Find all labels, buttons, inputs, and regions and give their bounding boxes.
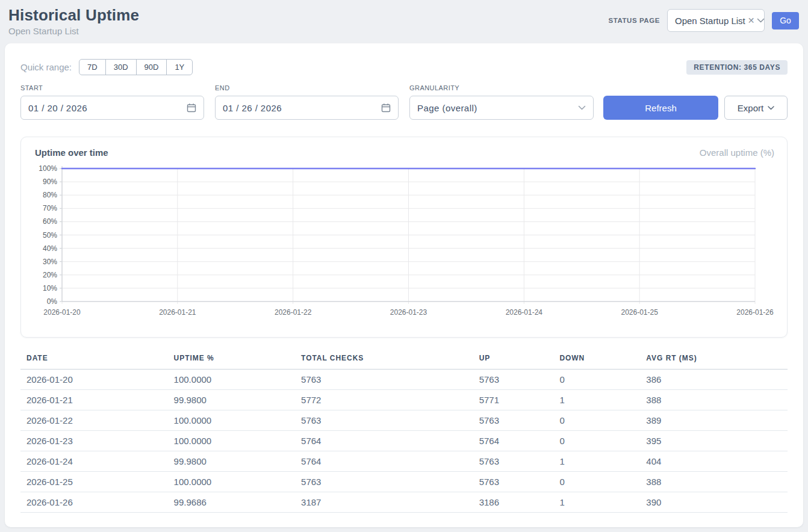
svg-text:2026-01-21: 2026-01-21	[159, 308, 196, 317]
start-date-label: START	[20, 84, 204, 91]
svg-text:40%: 40%	[43, 244, 57, 253]
export-button[interactable]: Export	[724, 96, 788, 120]
table-row: 2026-01-20100.0000576357630386	[20, 370, 788, 390]
svg-text:60%: 60%	[43, 217, 57, 226]
svg-text:2026-01-24: 2026-01-24	[506, 308, 543, 317]
table-cell: 5764	[295, 431, 473, 451]
table-cell: 5763	[473, 472, 554, 492]
quick-range-label: Quick range:	[20, 62, 72, 72]
table-cell: 100.0000	[168, 410, 295, 431]
svg-text:70%: 70%	[43, 204, 57, 212]
svg-text:30%: 30%	[43, 258, 57, 266]
chart-header: Uptime over time Overall uptime (%)	[21, 137, 787, 161]
start-date-field: START 01 / 20 / 2026	[20, 84, 204, 120]
table-cell: 388	[640, 472, 788, 492]
table-cell: 1	[553, 390, 640, 410]
table-cell: 0	[553, 410, 640, 431]
table-cell: 2026-01-26	[20, 492, 168, 513]
svg-text:2026-01-23: 2026-01-23	[390, 308, 427, 317]
table-row: 2026-01-25100.0000576357630388	[20, 472, 788, 492]
chart-title: Uptime over time	[35, 147, 108, 158]
column-header: DOWN	[553, 350, 640, 370]
daily-uptime-table-wrap: DATEUPTIME %TOTAL CHECKSUPDOWNAVG RT (MS…	[5, 338, 803, 513]
table-cell: 5763	[473, 451, 554, 472]
table-cell: 404	[640, 451, 788, 472]
start-date-value: 01 / 20 / 2026	[28, 103, 187, 113]
export-button-label: Export	[738, 103, 763, 113]
calendar-icon[interactable]	[381, 103, 391, 113]
table-cell: 395	[640, 431, 788, 451]
table-cell: 1	[553, 492, 640, 513]
end-date-input[interactable]: 01 / 26 / 2026	[215, 96, 399, 120]
svg-text:90%: 90%	[43, 178, 57, 186]
filter-controls-row: START 01 / 20 / 2026 END 01 / 26 / 2026 …	[5, 75, 803, 120]
table-cell: 100.0000	[168, 431, 295, 451]
refresh-button[interactable]: Refresh	[603, 96, 718, 120]
table-cell: 0	[553, 472, 640, 492]
table-row: 2026-01-2199.9800577257711388	[20, 390, 788, 410]
header-controls: STATUS PAGE Open Startup List ✕ Go	[608, 9, 799, 32]
clear-selection-icon[interactable]: ✕	[747, 16, 756, 25]
table-cell: 2026-01-24	[20, 451, 168, 472]
start-date-input[interactable]: 01 / 20 / 2026	[20, 96, 204, 120]
table-cell: 386	[640, 370, 788, 390]
table-cell: 389	[640, 410, 788, 431]
svg-text:2026-01-20: 2026-01-20	[43, 308, 81, 317]
table-cell: 5763	[473, 370, 554, 390]
table-cell: 2026-01-20	[20, 370, 168, 390]
table-header-row: DATEUPTIME %TOTAL CHECKSUPDOWNAVG RT (MS…	[20, 350, 788, 370]
table-cell: 2026-01-22	[20, 410, 168, 431]
table-cell: 2026-01-23	[20, 431, 168, 451]
uptime-chart-card: Uptime over time Overall uptime (%) 0%10…	[20, 137, 788, 338]
table-row: 2026-01-22100.0000576357630389	[20, 410, 788, 431]
quick-range-row: Quick range: 7D30D90D1Y RETENTION: 365 D…	[5, 43, 803, 75]
go-button[interactable]: Go	[772, 12, 799, 29]
svg-text:50%: 50%	[43, 231, 57, 240]
column-header: TOTAL CHECKS	[295, 350, 473, 370]
table-row: 2026-01-23100.0000576457640395	[20, 431, 788, 451]
table-cell: 5763	[295, 410, 473, 431]
retention-badge: RETENTION: 365 DAYS	[686, 60, 788, 75]
svg-text:10%: 10%	[43, 284, 57, 292]
quick-range-button-30d[interactable]: 30D	[105, 59, 137, 75]
table-cell: 5772	[295, 390, 473, 410]
table-cell: 5764	[473, 431, 554, 451]
end-date-field: END 01 / 26 / 2026	[215, 84, 399, 120]
end-date-label: END	[215, 84, 399, 91]
quick-range-button-group: 7D30D90D1Y	[79, 59, 193, 75]
table-body: 2026-01-20100.00005763576303862026-01-21…	[20, 370, 788, 513]
quick-range-button-90d[interactable]: 90D	[136, 59, 167, 75]
quick-range-button-7d[interactable]: 7D	[79, 59, 106, 75]
table-cell: 390	[640, 492, 788, 513]
table-cell: 99.9800	[168, 390, 295, 410]
quick-range-button-1y[interactable]: 1Y	[166, 59, 193, 75]
table-cell: 0	[553, 370, 640, 390]
table-cell: 1	[553, 451, 640, 472]
svg-text:2026-01-22: 2026-01-22	[275, 308, 312, 317]
calendar-icon[interactable]	[187, 103, 196, 113]
column-header: UP	[473, 350, 554, 370]
uptime-line-chart: 0%10%20%30%40%50%60%70%80%90%100%2026-01…	[22, 161, 786, 317]
svg-text:100%: 100%	[39, 164, 57, 173]
chevron-down-icon	[578, 105, 586, 110]
table-cell: 3186	[473, 492, 554, 513]
svg-text:2026-01-26: 2026-01-26	[736, 308, 774, 317]
granularity-selected-value: Page (overall)	[417, 103, 578, 113]
table-cell: 388	[640, 390, 788, 410]
table-cell: 100.0000	[168, 370, 295, 390]
daily-uptime-table: DATEUPTIME %TOTAL CHECKSUPDOWNAVG RT (MS…	[20, 350, 788, 513]
chart-plot-area: 0%10%20%30%40%50%60%70%80%90%100%2026-01…	[21, 161, 787, 319]
status-page-select[interactable]: Open Startup List ✕	[667, 9, 765, 32]
table-cell: 99.9800	[168, 451, 295, 472]
table-cell: 5763	[473, 410, 554, 431]
table-cell: 0	[553, 431, 640, 451]
chevron-down-icon	[757, 18, 765, 23]
page-header: Historical Uptime Open Startup List STAT…	[0, 0, 808, 43]
granularity-field: GRANULARITY Page (overall)	[409, 84, 594, 120]
svg-text:80%: 80%	[43, 191, 57, 199]
table-cell: 5771	[473, 390, 554, 410]
svg-text:20%: 20%	[43, 271, 57, 279]
status-page-label: STATUS PAGE	[608, 17, 660, 24]
table-cell: 5763	[295, 472, 473, 492]
granularity-select[interactable]: Page (overall)	[409, 96, 594, 120]
